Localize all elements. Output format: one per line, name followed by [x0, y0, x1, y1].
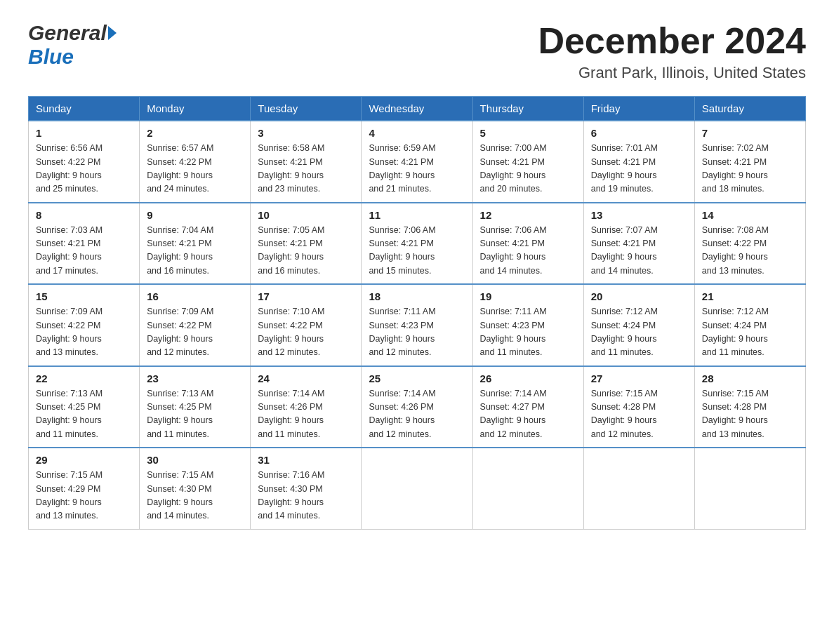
day-info: Sunrise: 7:14 AMSunset: 4:26 PMDaylight:… — [258, 387, 354, 442]
calendar-header-tuesday: Tuesday — [251, 97, 362, 121]
day-info: Sunrise: 7:13 AMSunset: 4:25 PMDaylight:… — [147, 387, 243, 442]
calendar-cell: 18Sunrise: 7:11 AMSunset: 4:23 PMDayligh… — [362, 284, 472, 366]
day-number: 14 — [702, 209, 798, 221]
day-info: Sunrise: 7:05 AMSunset: 4:21 PMDaylight:… — [258, 224, 354, 279]
logo: General Blue — [28, 21, 117, 69]
day-info: Sunrise: 7:03 AMSunset: 4:21 PMDaylight:… — [36, 224, 132, 279]
calendar-cell: 21Sunrise: 7:12 AMSunset: 4:24 PMDayligh… — [694, 284, 805, 366]
location-title: Grant Park, Illinois, United States — [538, 64, 806, 82]
day-number: 11 — [369, 209, 465, 221]
day-number: 17 — [258, 290, 354, 302]
day-number: 7 — [702, 127, 798, 139]
calendar-cell: 25Sunrise: 7:14 AMSunset: 4:26 PMDayligh… — [362, 366, 472, 448]
day-number: 18 — [369, 290, 465, 302]
day-info: Sunrise: 7:06 AMSunset: 4:21 PMDaylight:… — [480, 224, 576, 279]
calendar-cell: 29Sunrise: 7:15 AMSunset: 4:29 PMDayligh… — [29, 448, 140, 529]
day-info: Sunrise: 7:11 AMSunset: 4:23 PMDaylight:… — [480, 305, 576, 360]
day-info: Sunrise: 7:10 AMSunset: 4:22 PMDaylight:… — [258, 305, 354, 360]
calendar-cell: 11Sunrise: 7:06 AMSunset: 4:21 PMDayligh… — [362, 203, 472, 285]
calendar-week-row: 15Sunrise: 7:09 AMSunset: 4:22 PMDayligh… — [29, 284, 806, 366]
calendar-cell: 16Sunrise: 7:09 AMSunset: 4:22 PMDayligh… — [140, 284, 251, 366]
day-number: 16 — [147, 290, 243, 302]
day-info: Sunrise: 7:09 AMSunset: 4:22 PMDaylight:… — [147, 305, 243, 360]
day-info: Sunrise: 7:04 AMSunset: 4:21 PMDaylight:… — [147, 224, 243, 279]
calendar-cell: 9Sunrise: 7:04 AMSunset: 4:21 PMDaylight… — [140, 203, 251, 285]
calendar-week-row: 1Sunrise: 6:56 AMSunset: 4:22 PMDaylight… — [29, 121, 806, 203]
day-info: Sunrise: 7:01 AMSunset: 4:21 PMDaylight:… — [591, 142, 687, 196]
calendar-cell — [472, 448, 583, 529]
calendar-cell: 30Sunrise: 7:15 AMSunset: 4:30 PMDayligh… — [140, 448, 251, 529]
day-info: Sunrise: 7:15 AMSunset: 4:28 PMDaylight:… — [591, 387, 687, 442]
calendar-header-monday: Monday — [140, 97, 251, 121]
logo-blue-text: Blue — [28, 45, 74, 69]
day-info: Sunrise: 7:12 AMSunset: 4:24 PMDaylight:… — [591, 305, 687, 360]
day-number: 30 — [147, 454, 243, 466]
calendar-cell: 12Sunrise: 7:06 AMSunset: 4:21 PMDayligh… — [472, 203, 583, 285]
calendar-cell: 22Sunrise: 7:13 AMSunset: 4:25 PMDayligh… — [29, 366, 140, 448]
calendar-header-thursday: Thursday — [472, 97, 583, 121]
day-info: Sunrise: 7:16 AMSunset: 4:30 PMDaylight:… — [258, 469, 354, 523]
calendar-header-row: SundayMondayTuesdayWednesdayThursdayFrid… — [29, 97, 806, 121]
day-number: 12 — [480, 209, 576, 221]
day-info: Sunrise: 7:11 AMSunset: 4:23 PMDaylight:… — [369, 305, 465, 360]
calendar-cell: 1Sunrise: 6:56 AMSunset: 4:22 PMDaylight… — [29, 121, 140, 203]
day-number: 4 — [369, 127, 465, 139]
day-info: Sunrise: 6:58 AMSunset: 4:21 PMDaylight:… — [258, 142, 354, 196]
calendar-table: SundayMondayTuesdayWednesdayThursdayFrid… — [28, 96, 806, 530]
day-number: 20 — [591, 290, 687, 302]
day-info: Sunrise: 7:09 AMSunset: 4:22 PMDaylight:… — [36, 305, 132, 360]
day-info: Sunrise: 7:02 AMSunset: 4:21 PMDaylight:… — [702, 142, 798, 196]
page-header: General Blue December 2024 Grant Park, I… — [28, 21, 806, 82]
calendar-header-friday: Friday — [583, 97, 694, 121]
calendar-cell: 7Sunrise: 7:02 AMSunset: 4:21 PMDaylight… — [694, 121, 805, 203]
day-number: 21 — [702, 290, 798, 302]
day-number: 8 — [36, 209, 132, 221]
day-number: 15 — [36, 290, 132, 302]
day-number: 28 — [702, 373, 798, 384]
calendar-cell: 24Sunrise: 7:14 AMSunset: 4:26 PMDayligh… — [251, 366, 362, 448]
day-info: Sunrise: 7:06 AMSunset: 4:21 PMDaylight:… — [369, 224, 465, 279]
day-number: 13 — [591, 209, 687, 221]
day-info: Sunrise: 7:14 AMSunset: 4:26 PMDaylight:… — [369, 387, 465, 442]
calendar-cell — [694, 448, 805, 529]
day-info: Sunrise: 7:14 AMSunset: 4:27 PMDaylight:… — [480, 387, 576, 442]
day-number: 2 — [147, 127, 243, 139]
day-number: 5 — [480, 127, 576, 139]
calendar-cell: 2Sunrise: 6:57 AMSunset: 4:22 PMDaylight… — [140, 121, 251, 203]
day-number: 10 — [258, 209, 354, 221]
day-info: Sunrise: 7:00 AMSunset: 4:21 PMDaylight:… — [480, 142, 576, 196]
day-info: Sunrise: 7:15 AMSunset: 4:28 PMDaylight:… — [702, 387, 798, 442]
day-number: 26 — [480, 373, 576, 384]
day-info: Sunrise: 7:13 AMSunset: 4:25 PMDaylight:… — [36, 387, 132, 442]
calendar-cell: 28Sunrise: 7:15 AMSunset: 4:28 PMDayligh… — [694, 366, 805, 448]
calendar-cell: 23Sunrise: 7:13 AMSunset: 4:25 PMDayligh… — [140, 366, 251, 448]
day-number: 6 — [591, 127, 687, 139]
calendar-cell: 20Sunrise: 7:12 AMSunset: 4:24 PMDayligh… — [583, 284, 694, 366]
calendar-cell: 19Sunrise: 7:11 AMSunset: 4:23 PMDayligh… — [472, 284, 583, 366]
calendar-cell: 27Sunrise: 7:15 AMSunset: 4:28 PMDayligh… — [583, 366, 694, 448]
day-info: Sunrise: 6:57 AMSunset: 4:22 PMDaylight:… — [147, 142, 243, 196]
day-info: Sunrise: 7:07 AMSunset: 4:21 PMDaylight:… — [591, 224, 687, 279]
day-info: Sunrise: 7:15 AMSunset: 4:30 PMDaylight:… — [147, 469, 243, 523]
day-number: 1 — [36, 127, 132, 139]
calendar-cell: 3Sunrise: 6:58 AMSunset: 4:21 PMDaylight… — [251, 121, 362, 203]
day-number: 25 — [369, 373, 465, 384]
month-title: December 2024 — [538, 21, 806, 61]
day-number: 3 — [258, 127, 354, 139]
calendar-cell — [362, 448, 472, 529]
day-info: Sunrise: 7:12 AMSunset: 4:24 PMDaylight:… — [702, 305, 798, 360]
day-number: 27 — [591, 373, 687, 384]
calendar-header-sunday: Sunday — [29, 97, 140, 121]
calendar-cell: 13Sunrise: 7:07 AMSunset: 4:21 PMDayligh… — [583, 203, 694, 285]
calendar-header-saturday: Saturday — [694, 97, 805, 121]
day-number: 19 — [480, 290, 576, 302]
calendar-week-row: 8Sunrise: 7:03 AMSunset: 4:21 PMDaylight… — [29, 203, 806, 285]
calendar-cell: 31Sunrise: 7:16 AMSunset: 4:30 PMDayligh… — [251, 448, 362, 529]
day-number: 9 — [147, 209, 243, 221]
calendar-cell: 17Sunrise: 7:10 AMSunset: 4:22 PMDayligh… — [251, 284, 362, 366]
calendar-cell: 4Sunrise: 6:59 AMSunset: 4:21 PMDaylight… — [362, 121, 472, 203]
calendar-cell: 6Sunrise: 7:01 AMSunset: 4:21 PMDaylight… — [583, 121, 694, 203]
day-number: 22 — [36, 373, 132, 384]
calendar-cell: 10Sunrise: 7:05 AMSunset: 4:21 PMDayligh… — [251, 203, 362, 285]
calendar-cell: 14Sunrise: 7:08 AMSunset: 4:22 PMDayligh… — [694, 203, 805, 285]
